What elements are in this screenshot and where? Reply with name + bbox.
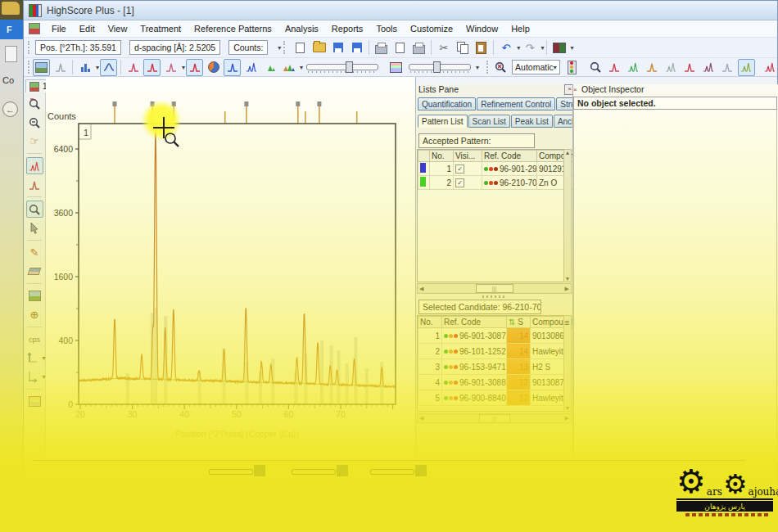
- candidate-row[interactable]: 296-101-125214Hawleyite: [418, 344, 581, 359]
- counts-field[interactable]: Counts:: [228, 40, 268, 55]
- tab-scan-list[interactable]: Scan List: [468, 115, 510, 128]
- bar-view-icon[interactable]: [76, 59, 93, 76]
- candidate-shift-icon[interactable]: [681, 59, 699, 76]
- menu-reports[interactable]: Reports: [325, 22, 370, 35]
- candidate-row[interactable]: 196-901-3087149013086: [418, 328, 581, 344]
- menu-view[interactable]: View: [102, 22, 134, 35]
- tab-pattern-list[interactable]: Pattern List: [418, 115, 468, 128]
- peaks-pink-icon-dropdown[interactable]: ▾: [182, 64, 185, 71]
- candidate-red-icon[interactable]: [606, 59, 623, 76]
- document-icon[interactable]: [29, 23, 40, 34]
- accepted-pattern-row[interactable]: 2✓96-210-7060Zn O: [418, 176, 585, 190]
- select-tool-icon[interactable]: [26, 219, 43, 237]
- menu-treatment[interactable]: Treatment: [133, 22, 188, 35]
- zoom-out-icon[interactable]: [26, 114, 43, 131]
- cps-label[interactable]: cps: [28, 331, 41, 348]
- candidate-area-icon[interactable]: [719, 59, 736, 76]
- x-axis-icon-dropdown[interactable]: ▾: [43, 373, 46, 381]
- compare-patterns-icon[interactable]: [26, 157, 43, 174]
- zoom-tool-icon[interactable]: [26, 201, 43, 218]
- help-book-icon[interactable]: [550, 39, 568, 56]
- candidate-anchor-icon[interactable]: [700, 59, 717, 76]
- display-image-icon[interactable]: [33, 59, 50, 76]
- undo-icon[interactable]: ↶: [497, 39, 514, 56]
- print-icon[interactable]: [373, 39, 390, 56]
- column-header[interactable]: No.: [418, 317, 442, 328]
- accepted-pattern-row[interactable]: 1✓96-901-29169012915: [418, 162, 585, 176]
- peaks-green-icon[interactable]: [261, 59, 278, 76]
- candidate-gray-icon[interactable]: [663, 59, 680, 76]
- snapshot-icon[interactable]: [26, 287, 43, 304]
- peaks-pink-icon[interactable]: [162, 59, 179, 76]
- exclude-icon[interactable]: [491, 59, 509, 76]
- peaks-blue-boxed-icon[interactable]: [186, 59, 203, 76]
- open-icon[interactable]: [310, 39, 328, 56]
- pattern-table-icon[interactable]: [26, 393, 43, 410]
- visible-checkbox[interactable]: ✓: [455, 178, 464, 187]
- toolbar-grip[interactable]: [28, 41, 33, 54]
- toolbar-grip[interactable]: [283, 41, 288, 54]
- candidate-vscrollbar[interactable]: ≡▼: [563, 315, 572, 412]
- grid-colors-icon[interactable]: [387, 59, 405, 76]
- candidate-row[interactable]: 596-900-884012Hawleyite: [418, 390, 581, 406]
- column-header[interactable]: No.: [430, 151, 454, 162]
- tab-peak-list[interactable]: Peak List: [511, 115, 553, 128]
- tab-refinement-control[interactable]: Refinement Control: [477, 97, 555, 110]
- diffractogram-plot[interactable]: 1Counts0400160036006400203040506070Posit…: [46, 77, 415, 462]
- menu-tools[interactable]: Tools: [369, 22, 404, 35]
- redo-icon[interactable]: ↷: [521, 39, 538, 56]
- peaks-red-icon[interactable]: [124, 59, 142, 76]
- menu-reference-patterns[interactable]: Reference Patterns: [188, 22, 278, 35]
- erase-icon[interactable]: [26, 263, 43, 280]
- tab-quantification[interactable]: Quantification: [418, 97, 476, 110]
- bar-view-icon-dropdown[interactable]: ▾: [96, 64, 99, 71]
- y-axis-icon[interactable]: [24, 349, 41, 367]
- peak-marks-icon[interactable]: [26, 176, 43, 193]
- menu-edit[interactable]: Edit: [73, 22, 102, 35]
- x-axis-icon[interactable]: [24, 368, 41, 385]
- column-header[interactable]: Ref. Code: [482, 151, 537, 162]
- pie-icon[interactable]: [205, 59, 222, 76]
- toolbar-grip[interactable]: [486, 61, 488, 74]
- peaks-script-icon[interactable]: [242, 59, 260, 76]
- lists-hscrollbar[interactable]: ◀|||▶: [417, 283, 572, 294]
- column-header[interactable]: Visi...: [454, 151, 482, 162]
- slider-dropdown-icon[interactable]: ▾: [476, 64, 479, 71]
- candidate-row[interactable]: 496-901-3088129013087: [418, 375, 581, 390]
- peaks-blue2-icon[interactable]: [224, 59, 241, 76]
- peaks-multi-icon[interactable]: [280, 59, 297, 76]
- save-icon[interactable]: [329, 39, 346, 56]
- page-setup-icon[interactable]: [410, 39, 427, 56]
- residue-icon[interactable]: [762, 59, 778, 76]
- intensity-slider[interactable]: [409, 61, 471, 73]
- candidate-hscrollbar[interactable]: ◀|||▶: [417, 413, 572, 423]
- show-pattern-icon[interactable]: [52, 59, 69, 76]
- new-document-icon[interactable]: [292, 39, 309, 56]
- traffic-light-icon[interactable]: [563, 59, 581, 76]
- copy-icon[interactable]: [454, 39, 471, 56]
- zoom-back-icon[interactable]: [26, 95, 43, 112]
- toolbar-grip[interactable]: [28, 61, 29, 74]
- candidate-accept-icon[interactable]: [738, 59, 755, 76]
- back-arrow-icon[interactable]: ←: [2, 101, 18, 117]
- pane-splitter-handle[interactable]: [482, 295, 507, 298]
- pick-position-icon[interactable]: ☞: [26, 133, 43, 150]
- cut-icon[interactable]: ✂: [435, 39, 452, 56]
- help-book-icon-dropdown[interactable]: ▾: [570, 44, 573, 52]
- search-peaks-icon[interactable]: [587, 59, 604, 76]
- candidate-row[interactable]: 396-153-947113H2 S: [418, 359, 581, 375]
- line-view-icon[interactable]: [100, 59, 117, 76]
- menu-customize[interactable]: Customize: [404, 22, 459, 35]
- accepted-vscrollbar[interactable]: ▲▼: [563, 149, 572, 282]
- save-workspace-icon[interactable]: [348, 39, 365, 56]
- candidate-orange-icon[interactable]: [644, 59, 661, 76]
- menu-file[interactable]: File: [45, 22, 73, 35]
- column-header[interactable]: ⇅ S: [507, 317, 531, 328]
- peaks-multi-icon-dropdown[interactable]: ▾: [300, 64, 303, 71]
- title-bar[interactable]: HighScore Plus - [1]: [24, 1, 777, 20]
- position-field[interactable]: Pos. [°2Th.]: 35.591: [35, 40, 121, 55]
- search-method-combo[interactable]: Automatic▾: [512, 60, 560, 74]
- visible-checkbox[interactable]: ✓: [455, 165, 464, 174]
- object-inspector-close-icon[interactable]: ×: [573, 86, 580, 93]
- counts-dropdown-icon[interactable]: ▾: [278, 44, 281, 52]
